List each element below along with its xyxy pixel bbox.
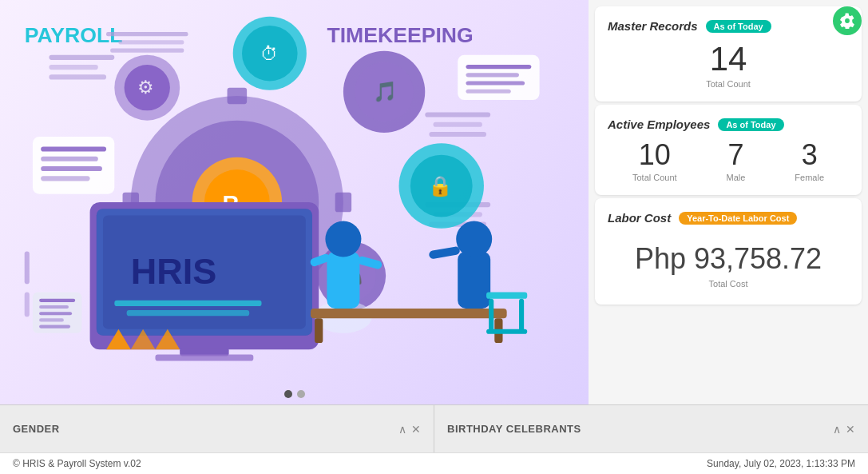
svg-rect-24: [335, 193, 351, 213]
svg-point-61: [456, 221, 492, 257]
svg-rect-0: [49, 55, 114, 60]
master-records-value: 14 Total Count: [608, 42, 849, 89]
active-employees-badge: As of Today: [718, 118, 783, 131]
labor-cost-value: Php 93,758.72 Total Cost: [608, 234, 849, 292]
male-label: Male: [727, 173, 746, 182]
female-count: 3: [795, 141, 824, 169]
svg-rect-68: [519, 299, 524, 332]
datetime-text: Sunday, July 02, 2023, 1:13:33 PM: [707, 458, 855, 469]
labor-cost-label: Total Cost: [608, 279, 849, 289]
birthday-panel-title: BIRTHDAY CELEBRANTS: [447, 423, 581, 435]
svg-rect-48: [114, 301, 261, 306]
svg-rect-54: [155, 354, 253, 360]
master-records-card: Master Records As of Today 14 Total Coun…: [595, 6, 862, 102]
svg-rect-17: [466, 82, 525, 86]
active-total-label: Total Count: [632, 173, 677, 182]
svg-rect-62: [429, 246, 461, 260]
svg-rect-1: [49, 65, 97, 70]
svg-rect-71: [25, 293, 30, 317]
master-records-label: Total Count: [608, 79, 849, 89]
labor-cost-amount: Php 93,758.72: [608, 242, 849, 276]
master-records-title: Master Records: [608, 19, 698, 33]
svg-rect-11: [41, 157, 98, 161]
female-label: Female: [795, 173, 824, 182]
svg-rect-66: [486, 293, 527, 299]
svg-rect-5: [429, 132, 486, 137]
svg-rect-80: [39, 312, 72, 315]
svg-rect-60: [458, 251, 490, 309]
settings-button[interactable]: [833, 6, 862, 35]
svg-rect-63: [311, 309, 507, 318]
carousel-dot-1[interactable]: [284, 390, 292, 398]
svg-text:HRIS: HRIS: [131, 251, 217, 292]
svg-rect-18: [466, 90, 510, 94]
svg-rect-21: [228, 88, 248, 104]
gender-panel-title: GENDER: [13, 423, 60, 435]
illustration-panel: ⚙ ⏱ 🎵 🔒 R 🎮: [0, 0, 589, 404]
svg-rect-67: [489, 299, 493, 332]
svg-rect-10: [41, 146, 106, 151]
svg-text:🎵: 🎵: [373, 80, 398, 104]
active-employees-values: 10 Total Count 7 Male 3 Female: [608, 141, 849, 182]
svg-rect-12: [41, 166, 102, 171]
birthday-close-button[interactable]: ✕: [846, 423, 855, 436]
birthday-panel-controls: ∧ ✕: [833, 423, 855, 436]
svg-point-57: [325, 221, 361, 257]
labor-cost-card: Labor Cost Year-To-Date Labor Cost Php 9…: [595, 198, 862, 305]
master-records-count: 14: [608, 42, 849, 76]
gender-panel-controls: ∧ ✕: [398, 423, 421, 436]
carousel-dot-2[interactable]: [297, 390, 305, 398]
active-employees-title: Active Employees: [608, 118, 710, 131]
svg-rect-69: [486, 329, 527, 334]
svg-text:⏱: ⏱: [260, 44, 279, 64]
birthday-panel: BIRTHDAY CELEBRANTS ∧ ✕: [434, 405, 868, 452]
svg-rect-79: [39, 305, 69, 309]
svg-rect-4: [434, 122, 482, 127]
svg-rect-82: [39, 325, 70, 329]
svg-rect-70: [25, 251, 30, 284]
svg-rect-13: [41, 176, 89, 181]
gender-close-button[interactable]: ✕: [411, 423, 421, 436]
svg-rect-2: [49, 74, 106, 79]
bottom-panels: GENDER ∧ ✕ BIRTHDAY CELEBRANTS ∧ ✕: [0, 404, 868, 452]
birthday-collapse-button[interactable]: ∧: [833, 423, 841, 436]
svg-text:⚙: ⚙: [137, 78, 154, 98]
svg-rect-16: [466, 73, 519, 77]
svg-rect-64: [315, 318, 323, 343]
svg-rect-75: [110, 49, 184, 53]
gender-panel: GENDER ∧ ✕: [0, 405, 434, 452]
copyright-text: © HRIS & Payroll System v.02: [13, 458, 141, 469]
svg-text:TIMEKEEPING: TIMEKEEPING: [327, 23, 473, 47]
svg-rect-73: [106, 32, 188, 36]
svg-rect-81: [39, 318, 64, 321]
svg-rect-56: [327, 251, 359, 309]
svg-rect-74: [118, 40, 184, 44]
svg-rect-78: [39, 299, 75, 302]
total-count-group: 10 Total Count: [632, 141, 677, 182]
gender-collapse-button[interactable]: ∧: [398, 423, 406, 436]
labor-cost-title: Labor Cost: [608, 211, 671, 225]
footer: © HRIS & Payroll System v.02 Sunday, Jul…: [0, 452, 868, 474]
male-count: 7: [727, 141, 746, 169]
svg-text:🔒: 🔒: [428, 174, 453, 198]
male-count-group: 7 Male: [727, 141, 746, 182]
svg-rect-15: [466, 65, 531, 69]
stats-panel: Master Records As of Today 14 Total Coun…: [589, 0, 868, 404]
svg-rect-49: [127, 310, 250, 316]
svg-rect-9: [33, 137, 114, 194]
carousel-dots[interactable]: [284, 390, 305, 398]
labor-cost-badge: Year-To-Date Labor Cost: [679, 212, 797, 225]
active-total-count: 10: [632, 141, 677, 169]
svg-rect-3: [425, 112, 490, 117]
female-count-group: 3 Female: [795, 141, 824, 182]
master-records-badge: As of Today: [706, 20, 771, 33]
active-employees-card: Active Employees As of Today 10 Total Co…: [595, 105, 862, 195]
